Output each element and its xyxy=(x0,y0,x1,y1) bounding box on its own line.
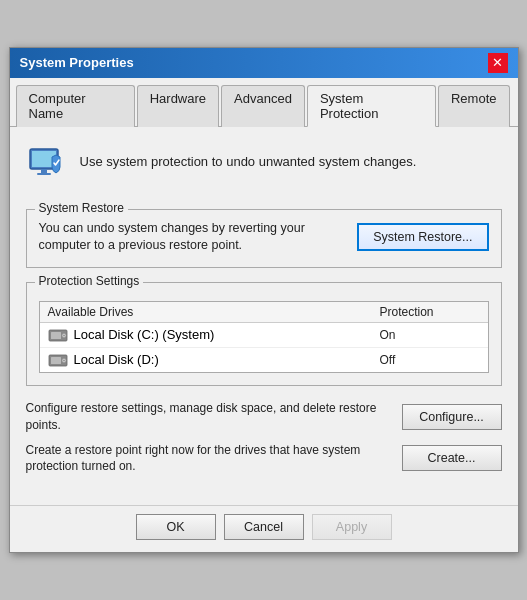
apply-button: Apply xyxy=(312,514,392,540)
system-properties-window: System Properties ✕ Computer Name Hardwa… xyxy=(9,47,519,553)
drive-c-protection: On xyxy=(380,328,480,342)
drive-d-icon xyxy=(48,352,68,368)
table-row[interactable]: Local Disk (C:) (System) On xyxy=(40,323,488,348)
drives-table: Available Drives Protection Local Disk (… xyxy=(39,301,489,373)
create-row: Create a restore point right now for the… xyxy=(26,442,502,476)
svg-rect-2 xyxy=(41,169,47,173)
protection-settings-group: Protection Settings Available Drives Pro… xyxy=(26,282,502,386)
bottom-section: Configure restore settings, manage disk … xyxy=(26,400,502,475)
system-restore-button[interactable]: System Restore... xyxy=(357,223,488,251)
system-restore-description: You can undo system changes by reverting… xyxy=(39,220,348,255)
table-header: Available Drives Protection xyxy=(40,302,488,323)
cancel-button[interactable]: Cancel xyxy=(224,514,304,540)
title-bar: System Properties ✕ xyxy=(10,48,518,78)
drive-c-icon xyxy=(48,327,68,343)
configure-row: Configure restore settings, manage disk … xyxy=(26,400,502,434)
tab-remote[interactable]: Remote xyxy=(438,85,510,127)
create-description: Create a restore point right now for the… xyxy=(26,442,392,476)
col-header-protection: Protection xyxy=(380,305,480,319)
close-button[interactable]: ✕ xyxy=(488,53,508,73)
col-header-drives: Available Drives xyxy=(48,305,380,319)
system-restore-row: You can undo system changes by reverting… xyxy=(39,220,489,255)
protection-settings-label: Protection Settings xyxy=(35,274,144,288)
system-restore-label: System Restore xyxy=(35,201,128,215)
svg-rect-9 xyxy=(51,357,61,364)
configure-button[interactable]: Configure... xyxy=(402,404,502,430)
dialog-buttons: OK Cancel Apply xyxy=(10,505,518,552)
ok-button[interactable]: OK xyxy=(136,514,216,540)
tab-advanced[interactable]: Advanced xyxy=(221,85,305,127)
tabs-container: Computer Name Hardware Advanced System P… xyxy=(10,78,518,127)
create-button[interactable]: Create... xyxy=(402,445,502,471)
header-description: Use system protection to undo unwanted s… xyxy=(80,154,417,169)
header-section: Use system protection to undo unwanted s… xyxy=(26,141,502,193)
tab-hardware[interactable]: Hardware xyxy=(137,85,219,127)
tab-system-protection[interactable]: System Protection xyxy=(307,85,436,127)
drive-d-protection: Off xyxy=(380,353,480,367)
table-row[interactable]: Local Disk (D:) Off xyxy=(40,348,488,372)
shield-icon xyxy=(26,141,68,183)
svg-point-11 xyxy=(63,360,65,362)
main-content: Use system protection to undo unwanted s… xyxy=(10,127,518,505)
tab-computer-name[interactable]: Computer Name xyxy=(16,85,135,127)
configure-description: Configure restore settings, manage disk … xyxy=(26,400,392,434)
drive-d-cell: Local Disk (D:) xyxy=(48,352,380,368)
drive-d-label: Local Disk (D:) xyxy=(74,352,159,367)
window-title: System Properties xyxy=(20,55,134,70)
drive-c-label: Local Disk (C:) (System) xyxy=(74,327,215,342)
svg-rect-3 xyxy=(37,173,51,175)
system-restore-group: System Restore You can undo system chang… xyxy=(26,209,502,268)
svg-rect-5 xyxy=(51,332,61,339)
svg-point-7 xyxy=(63,335,65,337)
drive-c-cell: Local Disk (C:) (System) xyxy=(48,327,380,343)
